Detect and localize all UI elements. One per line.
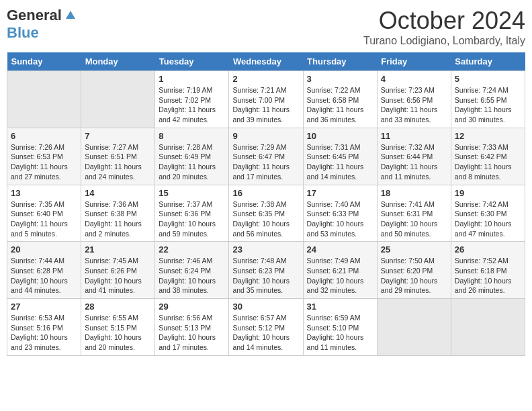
calendar-cell: 30Sunrise: 6:57 AM Sunset: 5:12 PM Dayli… xyxy=(229,299,303,356)
day-info: Sunrise: 7:38 AM Sunset: 6:35 PM Dayligh… xyxy=(232,199,299,239)
calendar-cell xyxy=(81,71,155,128)
day-info: Sunrise: 7:48 AM Sunset: 6:23 PM Dayligh… xyxy=(232,256,299,295)
logo-blue-text: Blue xyxy=(7,24,39,42)
week-row-1: 1Sunrise: 7:19 AM Sunset: 7:02 PM Daylig… xyxy=(7,71,525,128)
day-info: Sunrise: 7:42 AM Sunset: 6:30 PM Dayligh… xyxy=(455,199,521,239)
header-tuesday: Tuesday xyxy=(155,52,229,71)
calendar-cell: 14Sunrise: 7:36 AM Sunset: 6:38 PM Dayli… xyxy=(81,185,155,242)
day-number: 7 xyxy=(85,131,151,141)
day-info: Sunrise: 6:59 AM Sunset: 5:10 PM Dayligh… xyxy=(307,313,373,353)
title-area: October 2024 Turano Lodigiano, Lombardy,… xyxy=(363,7,525,47)
day-number: 20 xyxy=(11,244,77,255)
day-info: Sunrise: 7:35 AM Sunset: 6:40 PM Dayligh… xyxy=(11,199,77,239)
calendar-cell: 23Sunrise: 7:48 AM Sunset: 6:23 PM Dayli… xyxy=(229,242,303,299)
day-number: 26 xyxy=(455,244,521,255)
day-number: 8 xyxy=(159,131,225,141)
day-info: Sunrise: 7:23 AM Sunset: 6:56 PM Dayligh… xyxy=(381,85,447,125)
week-row-2: 6Sunrise: 7:26 AM Sunset: 6:53 PM Daylig… xyxy=(7,128,525,185)
day-number: 2 xyxy=(232,74,299,84)
logo-general-text: General xyxy=(7,7,62,24)
day-info: Sunrise: 7:19 AM Sunset: 7:02 PM Dayligh… xyxy=(159,85,225,125)
calendar-cell: 17Sunrise: 7:40 AM Sunset: 6:33 PM Dayli… xyxy=(303,185,377,242)
day-info: Sunrise: 7:27 AM Sunset: 6:51 PM Dayligh… xyxy=(85,142,151,182)
day-info: Sunrise: 7:49 AM Sunset: 6:21 PM Dayligh… xyxy=(307,256,373,295)
day-info: Sunrise: 6:57 AM Sunset: 5:12 PM Dayligh… xyxy=(232,313,299,353)
calendar-cell: 24Sunrise: 7:49 AM Sunset: 6:21 PM Dayli… xyxy=(303,242,377,299)
day-number: 12 xyxy=(455,131,521,141)
logo-triangle-icon xyxy=(63,7,78,21)
day-number: 16 xyxy=(232,188,299,198)
calendar-cell: 13Sunrise: 7:35 AM Sunset: 6:40 PM Dayli… xyxy=(7,185,81,242)
day-number: 14 xyxy=(85,188,151,198)
day-info: Sunrise: 6:55 AM Sunset: 5:15 PM Dayligh… xyxy=(85,313,151,353)
day-info: Sunrise: 7:45 AM Sunset: 6:26 PM Dayligh… xyxy=(85,256,151,295)
calendar-cell: 10Sunrise: 7:31 AM Sunset: 6:45 PM Dayli… xyxy=(303,128,377,185)
day-number: 21 xyxy=(85,244,151,255)
day-info: Sunrise: 7:31 AM Sunset: 6:45 PM Dayligh… xyxy=(307,142,373,182)
calendar-cell: 9Sunrise: 7:29 AM Sunset: 6:47 PM Daylig… xyxy=(229,128,303,185)
calendar-table: SundayMondayTuesdayWednesdayThursdayFrid… xyxy=(7,52,525,356)
day-number: 17 xyxy=(307,188,373,198)
day-number: 23 xyxy=(232,244,299,255)
day-info: Sunrise: 6:56 AM Sunset: 5:13 PM Dayligh… xyxy=(159,313,225,353)
week-row-3: 13Sunrise: 7:35 AM Sunset: 6:40 PM Dayli… xyxy=(7,185,525,242)
calendar-cell: 3Sunrise: 7:22 AM Sunset: 6:58 PM Daylig… xyxy=(303,71,377,128)
day-number: 10 xyxy=(307,131,373,141)
month-title: October 2024 xyxy=(363,7,525,35)
day-number: 25 xyxy=(381,244,447,255)
calendar-cell: 5Sunrise: 7:24 AM Sunset: 6:55 PM Daylig… xyxy=(451,71,525,128)
header-monday: Monday xyxy=(81,52,155,71)
day-number: 3 xyxy=(307,74,373,84)
day-info: Sunrise: 7:29 AM Sunset: 6:47 PM Dayligh… xyxy=(232,142,299,182)
header-thursday: Thursday xyxy=(303,52,377,71)
day-number: 13 xyxy=(11,188,77,198)
svg-marker-0 xyxy=(66,11,75,19)
day-number: 29 xyxy=(159,302,225,312)
calendar-cell: 26Sunrise: 7:52 AM Sunset: 6:18 PM Dayli… xyxy=(451,242,525,299)
page-header: General Blue October 2024 Turano Lodigia… xyxy=(7,7,525,47)
logo: General Blue xyxy=(7,7,78,42)
day-number: 19 xyxy=(455,188,521,198)
calendar-cell xyxy=(7,71,81,128)
calendar-cell: 21Sunrise: 7:45 AM Sunset: 6:26 PM Dayli… xyxy=(81,242,155,299)
week-row-4: 20Sunrise: 7:44 AM Sunset: 6:28 PM Dayli… xyxy=(7,242,525,299)
calendar-cell: 6Sunrise: 7:26 AM Sunset: 6:53 PM Daylig… xyxy=(7,128,81,185)
day-info: Sunrise: 7:50 AM Sunset: 6:20 PM Dayligh… xyxy=(381,256,447,295)
day-number: 30 xyxy=(232,302,299,312)
day-number: 1 xyxy=(159,74,225,84)
header-wednesday: Wednesday xyxy=(229,52,303,71)
day-info: Sunrise: 7:52 AM Sunset: 6:18 PM Dayligh… xyxy=(455,256,521,295)
header-friday: Friday xyxy=(377,52,451,71)
calendar-cell: 12Sunrise: 7:33 AM Sunset: 6:42 PM Dayli… xyxy=(451,128,525,185)
day-info: Sunrise: 7:36 AM Sunset: 6:38 PM Dayligh… xyxy=(85,199,151,239)
calendar-cell: 22Sunrise: 7:46 AM Sunset: 6:24 PM Dayli… xyxy=(155,242,229,299)
day-number: 28 xyxy=(85,302,151,312)
day-info: Sunrise: 7:41 AM Sunset: 6:31 PM Dayligh… xyxy=(381,199,447,239)
day-info: Sunrise: 7:24 AM Sunset: 6:55 PM Dayligh… xyxy=(455,85,521,125)
day-info: Sunrise: 7:32 AM Sunset: 6:44 PM Dayligh… xyxy=(381,142,447,182)
calendar-cell: 20Sunrise: 7:44 AM Sunset: 6:28 PM Dayli… xyxy=(7,242,81,299)
day-info: Sunrise: 7:28 AM Sunset: 6:49 PM Dayligh… xyxy=(159,142,225,182)
day-number: 5 xyxy=(455,74,521,84)
day-number: 15 xyxy=(159,188,225,198)
day-info: Sunrise: 7:40 AM Sunset: 6:33 PM Dayligh… xyxy=(307,199,373,239)
calendar-cell: 19Sunrise: 7:42 AM Sunset: 6:30 PM Dayli… xyxy=(451,185,525,242)
calendar-cell: 8Sunrise: 7:28 AM Sunset: 6:49 PM Daylig… xyxy=(155,128,229,185)
calendar-cell: 16Sunrise: 7:38 AM Sunset: 6:35 PM Dayli… xyxy=(229,185,303,242)
day-number: 27 xyxy=(11,302,77,312)
calendar-cell: 11Sunrise: 7:32 AM Sunset: 6:44 PM Dayli… xyxy=(377,128,451,185)
day-number: 31 xyxy=(307,302,373,312)
day-number: 9 xyxy=(232,131,299,141)
week-row-5: 27Sunrise: 6:53 AM Sunset: 5:16 PM Dayli… xyxy=(7,299,525,356)
day-number: 4 xyxy=(381,74,447,84)
calendar-cell: 27Sunrise: 6:53 AM Sunset: 5:16 PM Dayli… xyxy=(7,299,81,356)
day-info: Sunrise: 7:37 AM Sunset: 6:36 PM Dayligh… xyxy=(159,199,225,239)
day-number: 11 xyxy=(381,131,447,141)
calendar-header-row: SundayMondayTuesdayWednesdayThursdayFrid… xyxy=(7,52,525,71)
header-saturday: Saturday xyxy=(451,52,525,71)
calendar-cell xyxy=(451,299,525,356)
location-text: Turano Lodigiano, Lombardy, Italy xyxy=(363,35,525,47)
calendar-cell: 18Sunrise: 7:41 AM Sunset: 6:31 PM Dayli… xyxy=(377,185,451,242)
day-info: Sunrise: 7:26 AM Sunset: 6:53 PM Dayligh… xyxy=(11,142,77,182)
calendar-cell: 1Sunrise: 7:19 AM Sunset: 7:02 PM Daylig… xyxy=(155,71,229,128)
